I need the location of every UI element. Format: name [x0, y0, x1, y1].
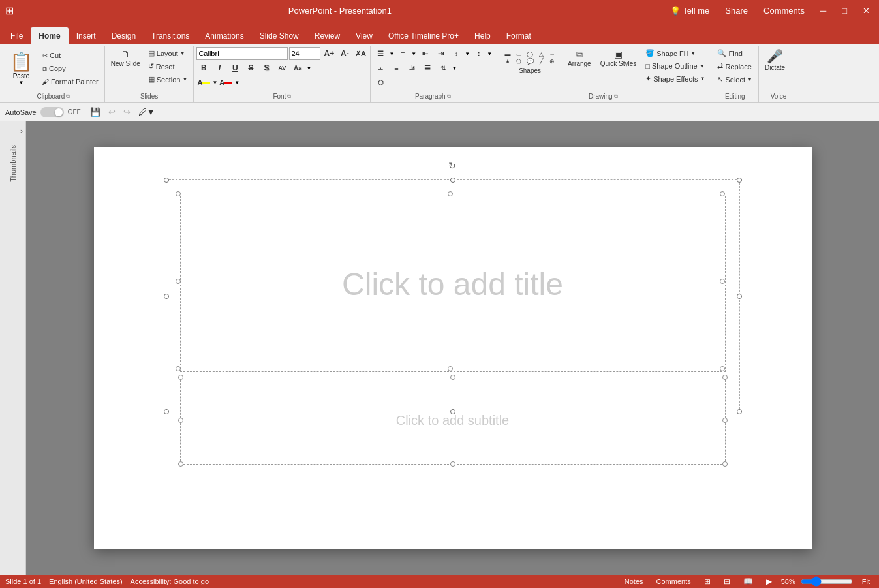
slide-sorter-button[interactable]: ⊟ [720, 576, 734, 587]
tab-format[interactable]: Format [499, 27, 539, 44]
maximize-button[interactable]: □ [838, 5, 851, 17]
tab-office-timeline[interactable]: Office Timeline Pro+ [380, 27, 467, 44]
font-size-input[interactable] [289, 47, 320, 60]
underline-button[interactable]: U [228, 61, 242, 74]
change-case-button[interactable]: Aa [290, 61, 305, 74]
select-dropdown[interactable]: ▼ [747, 76, 752, 82]
tab-help[interactable]: Help [467, 27, 499, 44]
tab-file[interactable]: File [3, 27, 31, 44]
section-button[interactable]: ▦ Section ▼ [145, 73, 191, 85]
tab-insert[interactable]: Insert [69, 27, 104, 44]
fit-slide-button[interactable]: Fit [858, 576, 874, 587]
text-direction-dropdown[interactable]: ▼ [452, 65, 457, 71]
customize-qat-button[interactable]: 🖊▼ [136, 106, 158, 118]
undo-button[interactable]: ↩ [106, 106, 118, 118]
title-handle-tc[interactable] [448, 191, 453, 196]
title-handle-tl[interactable] [176, 191, 181, 196]
tab-animations[interactable]: Animations [197, 27, 251, 44]
tell-me-button[interactable]: 💡 Tell me [666, 5, 714, 17]
increase-indent-button[interactable]: ⇥ [433, 47, 448, 60]
find-button[interactable]: 🔍 Find [714, 47, 756, 59]
italic-button[interactable]: I [212, 61, 226, 74]
text-direction-button[interactable]: ⇅ [436, 61, 450, 74]
bold-button[interactable]: B [196, 61, 211, 74]
handle-mr[interactable] [737, 294, 742, 299]
strikethrough-button[interactable]: S [243, 61, 258, 74]
font-expand-icon[interactable]: ⧉ [287, 93, 291, 100]
font-name-input[interactable] [196, 47, 288, 60]
decrease-font-size-button[interactable]: A- [337, 47, 352, 60]
notes-status-button[interactable]: Notes [621, 576, 647, 587]
title-handle-bl[interactable] [176, 366, 181, 371]
bullet-button[interactable]: ☰ [373, 47, 388, 60]
font-color-button[interactable]: A [219, 76, 233, 89]
reading-view-button[interactable]: 📖 [739, 576, 757, 587]
title-text-box[interactable]: Click to add title [180, 196, 726, 373]
clipboard-expand-icon[interactable]: ⧉ [66, 93, 70, 100]
slideshow-button[interactable]: ▶ [762, 576, 776, 587]
shape-effects-button[interactable]: ✦ Shape Effects ▼ [642, 72, 708, 85]
tab-review[interactable]: Review [307, 27, 348, 44]
select-button[interactable]: ↖ Select ▼ [714, 73, 756, 85]
convert-to-smartart-button[interactable]: ⬡ [373, 76, 388, 89]
reset-button[interactable]: ↺ Reset [145, 60, 191, 72]
shape-effects-dropdown[interactable]: ▼ [700, 76, 705, 82]
align-left-button[interactable]: ⫠ [373, 61, 388, 74]
highlight-button[interactable]: A [196, 76, 211, 89]
paste-button[interactable]: 📋 Paste ▼ [5, 48, 37, 89]
dictate-button[interactable]: 🎤 Dictate [762, 47, 788, 74]
handle-tr[interactable] [737, 178, 742, 183]
shape-fill-dropdown[interactable]: ▼ [690, 50, 696, 56]
format-painter-button[interactable]: 🖌 Format Painter [39, 76, 102, 87]
sub-handle-ml[interactable] [178, 418, 183, 423]
copy-button[interactable]: ⧉ Copy [39, 63, 102, 75]
align-center-button[interactable]: ≡ [389, 61, 403, 74]
title-handle-bc[interactable] [448, 366, 453, 371]
shape-outline-dropdown[interactable]: ▼ [700, 63, 705, 69]
columns-button[interactable]: ⫶ [471, 47, 486, 60]
minimize-button[interactable]: ─ [816, 5, 830, 17]
clear-format-button[interactable]: ✗A [353, 47, 367, 60]
title-handle-ml[interactable] [176, 279, 181, 284]
share-button[interactable]: Share [721, 5, 752, 17]
change-case-dropdown[interactable]: ▼ [306, 65, 311, 71]
replace-button[interactable]: ⇄ Replace [714, 60, 756, 72]
cut-button[interactable]: ✂ Cut [39, 50, 102, 62]
sub-handle-bl[interactable] [178, 461, 183, 467]
comments-status-button[interactable]: Comments [653, 576, 695, 587]
title-handle-mr[interactable] [720, 279, 725, 284]
layout-button[interactable]: ▤ Layout ▼ [145, 47, 191, 59]
highlight-dropdown[interactable]: ▼ [212, 80, 217, 85]
handle-bl[interactable] [164, 409, 169, 414]
numbered-dropdown[interactable]: ▼ [411, 51, 416, 57]
handle-tc[interactable] [450, 178, 455, 183]
normal-view-button[interactable]: ⊞ [700, 576, 715, 587]
columns-dropdown[interactable]: ▼ [487, 51, 492, 57]
close-button[interactable]: ✕ [859, 5, 874, 17]
quick-styles-button[interactable]: ▣ Quick Styles [597, 47, 640, 70]
line-spacing-dropdown[interactable]: ▼ [465, 51, 470, 57]
zoom-slider[interactable] [801, 576, 853, 587]
shapes-button[interactable]: ▬ ▭ ◯ △ → ★ ⬠ 💬 ╱ ⊕ Shapes [498, 47, 562, 77]
tab-view[interactable]: View [348, 27, 380, 44]
sub-handle-tl[interactable] [178, 375, 183, 380]
redo-button[interactable]: ↪ [121, 106, 133, 118]
rotate-handle[interactable]: ↻ [448, 161, 457, 170]
title-handle-br[interactable] [720, 366, 725, 371]
tab-design[interactable]: Design [104, 27, 144, 44]
shape-outline-button[interactable]: □ Shape Outline ▼ [642, 60, 708, 72]
save-button[interactable]: 💾 [87, 106, 103, 118]
title-handle-tr[interactable] [720, 191, 725, 196]
handle-br[interactable] [737, 409, 742, 414]
tab-slideshow[interactable]: Slide Show [252, 27, 307, 44]
drawing-expand-icon[interactable]: ⧉ [614, 93, 618, 100]
paragraph-expand-icon[interactable]: ⧉ [447, 93, 451, 100]
sub-handle-mr[interactable] [722, 418, 728, 423]
numbered-button[interactable]: ≡ [395, 47, 410, 60]
subtitle-text-box[interactable]: Click to add subtitle [180, 377, 726, 465]
new-slide-button[interactable]: 🗋 New Slide [108, 47, 144, 70]
handle-ml[interactable] [164, 294, 169, 299]
justify-button[interactable]: ☰ [420, 61, 435, 74]
tab-home[interactable]: Home [31, 27, 68, 44]
line-spacing-button[interactable]: ↕ [449, 47, 463, 60]
